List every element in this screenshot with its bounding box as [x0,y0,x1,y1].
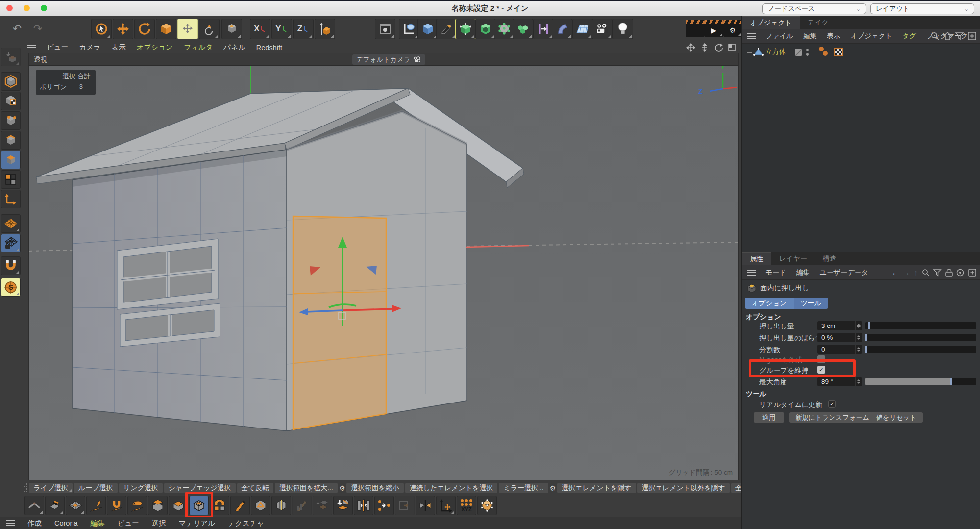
attribute-manager-menu-icon[interactable] [747,270,756,276]
menu-corona[interactable]: Corona [54,519,78,527]
split-icon[interactable] [333,496,353,515]
filter-icon[interactable] [933,269,941,277]
palette-grip[interactable] [23,483,28,493]
add-icon[interactable] [968,269,976,277]
menu-select[interactable]: 選択 [152,519,166,528]
menu-options[interactable]: オプション [137,43,173,52]
live-selection-icon[interactable] [91,19,112,39]
menu-panel[interactable]: パネル [223,43,245,52]
grow-selection-settings-icon[interactable]: ⚙ [339,483,345,493]
tab-tool-options[interactable]: オプション [745,298,794,309]
edge-cut-icon[interactable] [271,496,291,515]
render-view-icon[interactable] [375,19,395,39]
spinner-icon[interactable] [855,345,862,354]
tab-structure[interactable]: 構造 [815,252,844,265]
rotate-view-icon[interactable] [714,43,723,52]
max-angle-slider[interactable] [865,378,976,385]
tab-layers[interactable]: レイヤー [771,252,815,265]
extrude-object-icon[interactable] [475,19,496,39]
undo-icon[interactable]: ↶ [7,19,27,39]
menu-view-bottom[interactable]: ビュー [118,519,139,528]
filter-icon[interactable] [956,32,964,40]
add-icon[interactable] [968,32,976,40]
workplane-icon[interactable] [1,214,21,233]
grow-selection-button[interactable]: 選択範囲を拡大... [275,483,338,493]
spinner-icon[interactable] [855,333,862,342]
select-connected-button[interactable]: 連続したエレメントを選択 [405,483,498,493]
add-cube-icon[interactable] [417,19,438,39]
offset-input[interactable]: 3 cm [817,321,862,330]
menu-filter[interactable]: フィルタ [184,43,213,52]
move-tool-icon[interactable] [113,19,133,39]
om-menu-view[interactable]: 表示 [827,32,840,41]
om-menu-file[interactable]: ファイル [765,32,793,41]
lattice-icon[interactable] [494,19,514,39]
mirror-icon[interactable] [416,496,435,515]
brush-icon[interactable] [86,496,106,515]
camera-icon[interactable] [592,19,612,39]
layer-toggle-icon[interactable] [795,49,802,56]
menu-material[interactable]: マテリアル [179,519,215,528]
active-move-tool-icon[interactable] [177,19,198,39]
target-icon[interactable] [956,269,964,277]
extrude-icon[interactable] [148,496,168,515]
weld-icon[interactable] [374,496,394,515]
plane-cut-icon[interactable] [292,496,312,515]
pan-view-icon[interactable] [686,43,695,52]
floor-icon[interactable] [572,19,593,39]
subdivision-slider[interactable] [865,346,976,353]
offset-slider[interactable] [865,322,976,329]
measure-icon[interactable] [399,19,419,39]
om-menu-tags[interactable]: タグ [902,32,916,41]
quad-strip-icon[interactable] [66,496,85,515]
search-icon[interactable] [922,269,930,277]
camera-label[interactable]: デフォルトカメラ [352,54,425,65]
array-icon[interactable] [513,19,533,39]
viewport-canvas[interactable]: Y X Z 透視 デフォルトカメラ 選択 合計 ポリゴン 3 グリッド間隔 : … [28,53,739,480]
create-point-icon[interactable] [24,496,44,515]
render-settings-icon[interactable]: ⚙ [723,20,742,37]
ring-selection-button[interactable]: リング選択 [119,483,163,493]
reset-values-button[interactable]: 値をリセット [870,412,923,423]
render-icon[interactable] [686,20,705,37]
om-menu-edit[interactable]: 編集 [803,32,817,41]
maximize-view-icon[interactable] [728,43,736,52]
om-menu-object[interactable]: オブジェクト [850,32,892,41]
lock-icon[interactable] [945,269,953,277]
axis-mode-icon[interactable] [1,190,21,208]
dolly-view-icon[interactable] [700,43,709,52]
rotate-tool-icon[interactable] [134,19,155,39]
spinner-icon[interactable] [855,377,862,386]
am-menu-mode[interactable]: モード [765,268,786,277]
live-selection-button[interactable]: ライブ選択 [29,483,73,493]
menu-display[interactable]: 表示 [112,43,126,52]
menu-redshift[interactable]: Redshift [256,44,282,51]
quantize-xyz-icon[interactable]: XYZ [457,496,476,515]
selection-tag-icon[interactable] [823,51,828,56]
phong-tag-icon[interactable] [819,47,824,51]
bend-deformer-icon[interactable] [552,19,572,39]
object-name[interactable]: 立方体 [765,48,786,56]
y-axis-lock-icon[interactable]: Y [271,19,292,39]
mirror-selection-button[interactable]: ミラー選択... [499,483,548,493]
lock-workplane-icon[interactable] [1,234,21,252]
last-tool-icon[interactable] [199,19,220,39]
tool-cube-icon[interactable] [221,19,242,39]
tab-tool-tool[interactable]: ツール [794,298,829,309]
menu-texture[interactable]: テクスチャ [228,519,264,528]
snap-settings-icon[interactable]: S [1,278,21,297]
redo-icon[interactable]: ↷ [27,19,48,39]
tweak-mode-icon[interactable] [1,170,21,189]
tab-objects[interactable]: オブジェクト [742,16,800,29]
menu-create[interactable]: 作成 [27,519,42,528]
search-icon[interactable] [931,32,939,40]
model-mode-icon[interactable] [1,72,21,91]
render-picture-viewer-icon[interactable]: ▶ [705,20,723,37]
point-mode-icon[interactable] [1,111,21,130]
iron-icon[interactable] [127,496,147,515]
mirror-selection-settings-icon[interactable]: ⚙ [550,483,556,493]
am-menu-edit[interactable]: 編集 [796,268,810,277]
tab-takes[interactable]: テイク [800,16,836,29]
texture-mode-icon[interactable] [1,92,21,110]
light-icon[interactable] [612,19,633,39]
